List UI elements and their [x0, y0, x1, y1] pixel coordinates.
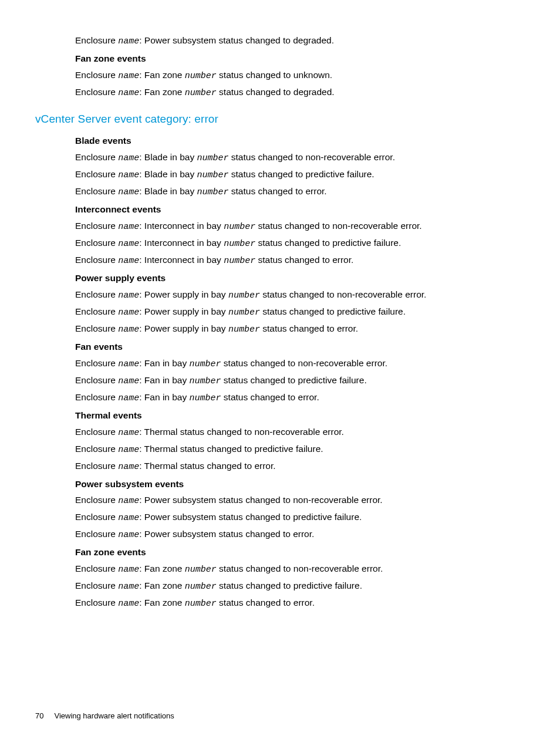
text: Enclosure — [75, 580, 118, 590]
param-name: name — [118, 393, 139, 403]
event-line: Enclosure name: Blade in bay number stat… — [75, 149, 525, 166]
text: status changed to non-recoverable error. — [229, 152, 395, 162]
event-line: Enclosure name: Interconnect in bay numb… — [75, 218, 525, 235]
event-line: Enclosure name: Power subsystem status c… — [75, 526, 525, 543]
text: : Power subsystem status changed to degr… — [139, 35, 334, 45]
text: : Power supply in bay — [139, 306, 228, 316]
text: Enclosure — [75, 512, 118, 522]
text: : Fan zone — [139, 87, 185, 97]
param-name: name — [118, 256, 139, 266]
event-line: Enclosure name: Thermal status changed t… — [75, 424, 525, 441]
document-page: Enclosure name: Power subsystem status c… — [0, 0, 560, 612]
text: status changed to error. — [221, 392, 319, 402]
param-number: number — [185, 565, 217, 575]
text: Enclosure — [75, 323, 118, 333]
text: status changed to non-recoverable error. — [221, 358, 387, 368]
text: : Power subsystem status changed to erro… — [139, 529, 314, 539]
text: status changed to predictive failure. — [217, 580, 362, 590]
text: Enclosure — [75, 169, 118, 179]
section-heading-error: vCenter Server event category: error — [35, 109, 525, 129]
param-number: number — [185, 88, 217, 98]
text: Enclosure — [75, 392, 118, 402]
param-number: number — [190, 393, 221, 403]
param-name: name — [118, 530, 139, 540]
param-name: name — [118, 187, 139, 197]
param-number: number — [228, 325, 260, 335]
param-number: number — [224, 256, 255, 266]
param-number: number — [185, 599, 217, 609]
param-name: name — [118, 462, 139, 472]
text: : Thermal status changed to error. — [139, 461, 275, 471]
text: : Blade in bay — [139, 186, 197, 196]
text: : Thermal status changed to non-recovera… — [139, 427, 344, 437]
param-name: name — [118, 325, 139, 335]
text: Enclosure — [75, 255, 118, 265]
event-line: Enclosure name: Interconnect in bay numb… — [75, 235, 525, 252]
text: : Fan in bay — [139, 375, 189, 385]
footer-title: Viewing hardware alert notifications — [54, 711, 174, 720]
event-line: Enclosure name: Power subsystem status c… — [75, 32, 525, 49]
text: Enclosure — [75, 461, 118, 471]
text: : Interconnect in bay — [139, 255, 224, 265]
text: : Power subsystem status changed to pred… — [139, 512, 362, 522]
event-line: Enclosure name: Power supply in bay numb… — [75, 303, 525, 320]
content-block: Enclosure name: Power subsystem status c… — [75, 32, 525, 612]
text: : Fan zone — [139, 563, 185, 573]
text: Enclosure — [75, 495, 118, 505]
text: status changed to predictive failure. — [260, 306, 406, 316]
text: Enclosure — [75, 563, 118, 573]
text: status changed to error. — [229, 186, 327, 196]
event-line: Enclosure name: Fan in bay number status… — [75, 389, 525, 406]
event-line: Enclosure name: Power supply in bay numb… — [75, 320, 525, 337]
subheading-thermal: Thermal events — [75, 407, 525, 424]
param-name: name — [118, 359, 139, 369]
param-name: name — [118, 71, 139, 81]
text: : Fan zone — [139, 580, 185, 590]
text: status changed to predictive failure. — [255, 238, 401, 248]
text: status changed to predictive failure. — [221, 375, 367, 385]
text: : Power subsystem status changed to non-… — [139, 495, 382, 505]
text: Enclosure — [75, 238, 118, 248]
text: : Power supply in bay — [139, 323, 228, 333]
text: : Power supply in bay — [139, 289, 228, 299]
text: Enclosure — [75, 70, 118, 80]
param-name: name — [118, 445, 139, 455]
text: status changed to non-recoverable error. — [217, 563, 383, 573]
subheading-interconnect: Interconnect events — [75, 201, 525, 218]
text: status changed to non-recoverable error. — [260, 289, 426, 299]
param-name: name — [118, 291, 139, 301]
param-name: name — [118, 599, 139, 609]
event-line: Enclosure name: Blade in bay number stat… — [75, 166, 525, 183]
text: Enclosure — [75, 427, 118, 437]
text: Enclosure — [75, 529, 118, 539]
event-line: Enclosure name: Interconnect in bay numb… — [75, 252, 525, 269]
subheading-fan-zone: Fan zone events — [75, 50, 525, 67]
text: : Interconnect in bay — [139, 238, 224, 248]
param-name: name — [118, 222, 139, 232]
text: status changed to error. — [255, 255, 353, 265]
event-line: Enclosure name: Fan zone number status c… — [75, 561, 525, 578]
subheading-power-subsystem: Power subsystem events — [75, 476, 525, 492]
text: Enclosure — [75, 358, 118, 368]
param-number: number — [185, 71, 217, 81]
param-number: number — [197, 153, 228, 163]
param-name: name — [118, 36, 139, 46]
text: Enclosure — [75, 221, 118, 231]
event-line: Enclosure name: Blade in bay number stat… — [75, 183, 525, 200]
event-line: Enclosure name: Power subsystem status c… — [75, 509, 525, 526]
param-number: number — [185, 582, 217, 592]
text: : Fan in bay — [139, 392, 189, 402]
param-name: name — [118, 582, 139, 592]
text: : Blade in bay — [139, 169, 197, 179]
event-line: Enclosure name: Power subsystem status c… — [75, 492, 525, 509]
event-line: Enclosure name: Fan zone number status c… — [75, 84, 525, 101]
page-number: 70 — [35, 711, 43, 720]
param-name: name — [118, 88, 139, 98]
param-name: name — [118, 170, 139, 180]
param-number: number — [224, 222, 255, 232]
param-number: number — [197, 187, 228, 197]
text: status changed to predictive failure. — [229, 169, 375, 179]
event-line: Enclosure name: Thermal status changed t… — [75, 458, 525, 475]
event-line: Enclosure name: Fan zone number status c… — [75, 595, 525, 612]
text: Enclosure — [75, 375, 118, 385]
